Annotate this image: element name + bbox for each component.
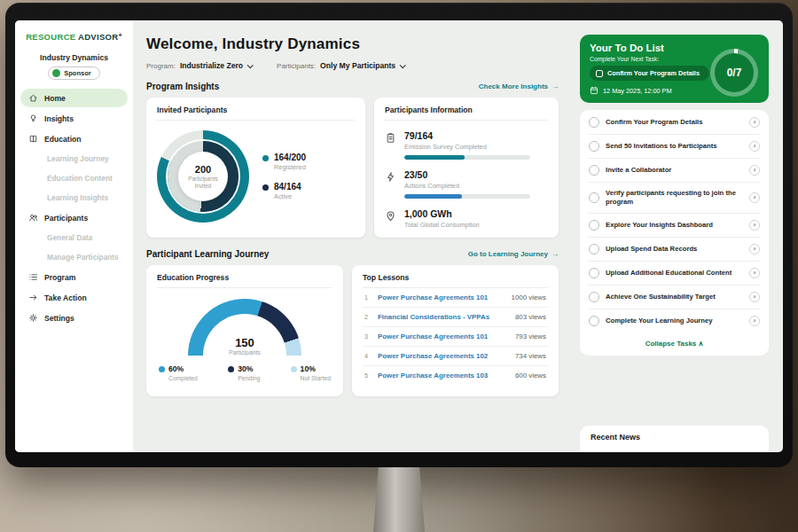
- task-chevron-icon[interactable]: ›: [749, 220, 760, 231]
- donut-center-value: 200: [195, 164, 211, 175]
- lesson-link[interactable]: Power Purchase Agreements 101: [378, 332, 508, 340]
- participants-information-card: Participants Information 79/164 Emission…: [374, 98, 559, 238]
- collapse-tasks-button[interactable]: Collapse Tasks ∧: [589, 332, 760, 353]
- invited-participants-card: Invited Participants 200 Participants In…: [146, 98, 365, 238]
- caret-up-icon: ∧: [699, 340, 704, 348]
- sidebar-item-manage-participants[interactable]: Manage Participants: [20, 248, 128, 266]
- task-checkbox[interactable]: [589, 165, 599, 176]
- sidebar-item-label: Learning Insights: [47, 193, 108, 202]
- sidebar-item-settings[interactable]: Settings: [20, 309, 128, 327]
- education-gauge-chart: 150 Participants: [188, 299, 301, 356]
- page-title: Welcome, Industry Dynamics: [146, 35, 559, 53]
- task-chevron-icon[interactable]: ›: [749, 268, 760, 278]
- task-row[interactable]: Verify participants requesting to join t…: [589, 183, 760, 214]
- invited-legend: 164/200 Registered 84/164 Active: [262, 153, 306, 200]
- task-checkbox[interactable]: [589, 117, 599, 128]
- chevron-down-icon: [400, 62, 406, 68]
- program-dropdown[interactable]: Program: Industrialize Zero: [146, 61, 252, 70]
- sidebar-nav: Home Insights Education Learning Journey: [15, 88, 133, 328]
- card-title: Education Progress: [157, 273, 332, 288]
- sidebar-item-participants[interactable]: Participants: [20, 208, 128, 227]
- arrow-right-icon: →: [552, 250, 559, 258]
- sidebar-item-education[interactable]: Education: [20, 129, 128, 148]
- next-task-row[interactable]: Confirm Your Program Details: [590, 66, 709, 81]
- task-checkbox[interactable]: [589, 244, 599, 254]
- todo-summary-card: Your To Do List Complete Your Next Task:…: [580, 35, 769, 103]
- task-checkbox[interactable]: [589, 292, 599, 302]
- lightning-icon: [385, 171, 396, 183]
- donut-center-label: Participants Invited: [183, 176, 223, 190]
- task-chevron-icon[interactable]: ›: [749, 117, 760, 128]
- task-row[interactable]: Invite a Collaborator ›: [589, 159, 760, 183]
- lesson-rank: 2: [364, 313, 371, 321]
- lesson-row: 3 Power Purchase Agreements 101 793 view…: [363, 327, 548, 347]
- task-chevron-icon[interactable]: ›: [749, 165, 760, 176]
- learning-journey-header: Participant Learning Journey Go to Learn…: [146, 249, 559, 259]
- task-row[interactable]: Upload Additional Educational Content ›: [589, 262, 760, 286]
- sidebar: RESOURCE ADVISOR+ Industry Dynamics Spon…: [15, 20, 133, 452]
- sidebar-item-home[interactable]: Home: [20, 89, 128, 107]
- link-label: Go to Learning Journey: [468, 250, 548, 258]
- lesson-views: 734 views: [515, 352, 546, 360]
- task-chevron-icon[interactable]: ›: [749, 141, 760, 152]
- stat-actions-completed: 23/50 Actions Completed: [385, 169, 548, 199]
- lesson-link[interactable]: Power Purchase Agreements 103: [378, 372, 508, 379]
- clipboard-icon: [385, 132, 396, 144]
- task-label: Achieve One Sustainability Target: [606, 293, 743, 301]
- checkbox-icon[interactable]: [596, 70, 603, 77]
- task-row[interactable]: Complete Your Learning Journey ›: [589, 309, 760, 332]
- legend-item-not-started: 10% Not Started: [291, 364, 331, 381]
- task-checkbox[interactable]: [589, 220, 599, 231]
- lesson-link[interactable]: Power Purchase Agreements 101: [378, 293, 505, 301]
- sidebar-item-take-action[interactable]: Take Action: [20, 288, 128, 307]
- check-more-insights-link[interactable]: Check More Insights →: [479, 82, 559, 90]
- task-chevron-icon[interactable]: ›: [749, 316, 760, 326]
- sidebar-item-label: Learning Journey: [47, 154, 109, 163]
- sidebar-item-education-content[interactable]: Education Content: [20, 169, 128, 187]
- legend-label: Not Started: [301, 375, 331, 381]
- book-icon: [28, 134, 38, 144]
- todo-progress-value: 0/7: [727, 66, 742, 79]
- legend-label: Active: [274, 192, 301, 200]
- legend-dot-completed: [159, 366, 165, 372]
- task-label: Explore Your Insights Dashboard: [606, 221, 743, 230]
- task-checkbox[interactable]: [589, 316, 599, 326]
- task-row[interactable]: Send 50 Invitations to Participants ›: [589, 135, 760, 159]
- due-date-label: 12 May 2025, 12:00 PM: [603, 87, 671, 95]
- participants-dropdown-label: Participants:: [277, 62, 316, 70]
- sidebar-item-program[interactable]: Program: [20, 268, 128, 286]
- task-row[interactable]: Explore Your Insights Dashboard ›: [589, 214, 760, 238]
- sidebar-item-insights[interactable]: Insights: [20, 109, 128, 128]
- task-chevron-icon[interactable]: ›: [749, 192, 760, 203]
- legend-label: Registered: [274, 163, 306, 171]
- sidebar-item-learning-insights[interactable]: Learning Insights: [20, 189, 128, 207]
- task-chevron-icon[interactable]: ›: [749, 292, 760, 302]
- top-lessons-card: Top Lessons 1 Power Purchase Agreements …: [352, 265, 559, 396]
- stat-label: Emission Survey Completed: [404, 143, 530, 151]
- card-title: Invited Participants: [157, 106, 355, 121]
- sidebar-item-general-data[interactable]: General Data: [20, 229, 128, 246]
- invited-donut-chart: 200 Participants Invited: [157, 130, 249, 223]
- sidebar-item-label: Home: [44, 94, 66, 103]
- chevron-down-icon: [247, 62, 254, 68]
- task-chevron-icon[interactable]: ›: [749, 244, 760, 254]
- sidebar-item-label: General Data: [47, 233, 92, 242]
- task-checkbox[interactable]: [589, 268, 599, 278]
- task-checkbox[interactable]: [589, 192, 599, 203]
- lesson-link[interactable]: Financial Considerations - VPPAs: [378, 313, 508, 321]
- lesson-link[interactable]: Power Purchase Agreements 102: [378, 352, 508, 360]
- legend-value: 30%: [238, 364, 253, 373]
- sidebar-item-learning-journey[interactable]: Learning Journey: [20, 150, 128, 168]
- go-to-learning-journey-link[interactable]: Go to Learning Journey →: [468, 250, 559, 258]
- task-row[interactable]: Upload Spend Data Records ›: [589, 238, 760, 262]
- sidebar-item-label: Program: [44, 273, 75, 282]
- task-row[interactable]: Confirm Your Program Details ›: [589, 111, 760, 135]
- task-label: Invite a Collaborator: [606, 166, 743, 175]
- task-row[interactable]: Achieve One Sustainability Target ›: [589, 286, 760, 309]
- arrow-action-icon: [28, 293, 38, 302]
- logo-plus: +: [118, 32, 121, 38]
- participants-dropdown[interactable]: Participants: Only My Participants: [277, 61, 404, 70]
- task-checkbox[interactable]: [589, 141, 599, 152]
- progress-fill: [404, 194, 462, 199]
- logo-resource: RESOURCE: [26, 32, 75, 42]
